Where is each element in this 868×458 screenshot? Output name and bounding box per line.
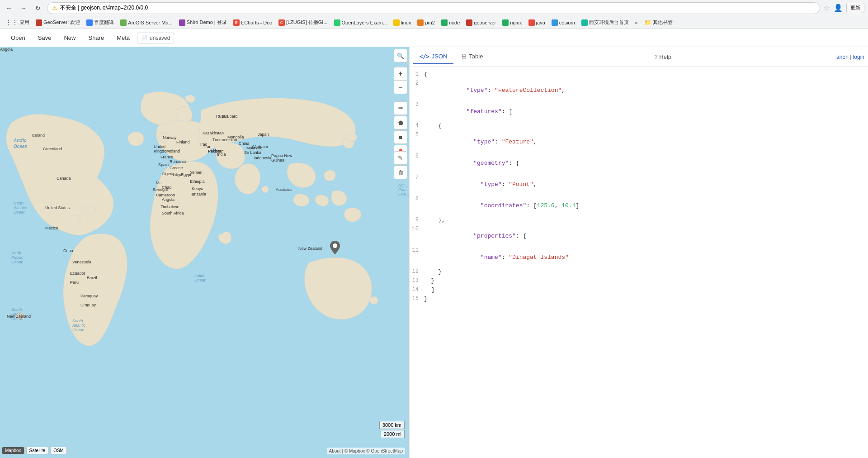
satellite-layer-button[interactable]: Satellite [26, 447, 49, 454]
bookmark-pm2-label: pm2 [425, 20, 434, 25]
json-line-12: 12 } [410, 268, 868, 277]
draw-tools: ✏ ⬟ ■ 📍 [394, 101, 407, 158]
bookmark-other[interactable]: 📁 其他书签 [642, 18, 675, 27]
zoom-in-button[interactable]: + [394, 67, 407, 81]
map-zoom-controls: + − [394, 67, 407, 94]
bookmark-other-label: 其他书签 [653, 19, 673, 26]
scale-bar-mi: 2000 mi [381, 430, 405, 438]
line-num-10: 10 [410, 226, 424, 232]
json-line-1: 1 { [410, 71, 868, 80]
edit-button[interactable]: ✎ [394, 151, 407, 165]
bookmark-node[interactable]: node [439, 18, 462, 27]
user-anon-link[interactable]: anon [836, 54, 849, 60]
bookmark-lzugis[interactable]: C [LZUGIS] 传播GI... [276, 18, 330, 27]
bookmark-cesium[interactable]: cesium [549, 18, 578, 27]
line-content-12: } [424, 268, 868, 275]
bookmark-nginx-label: nginx [510, 20, 522, 25]
star-icon[interactable]: ☆ [824, 4, 830, 12]
bookmark-apps-label: 应用 [19, 19, 29, 26]
unsaved-badge: 📄 unsaved [137, 33, 174, 43]
linux-icon [393, 19, 400, 26]
json-line-9: 9 }, [410, 216, 868, 225]
bookmark-arcgis[interactable]: ArcGIS Server Ma... [118, 18, 175, 27]
line-num-8: 8 [410, 196, 424, 202]
open-button[interactable]: Open [5, 32, 31, 44]
bookmark-nginx[interactable]: nginx [500, 18, 524, 27]
line-content-10: "properties": { [424, 226, 868, 246]
table-icon: ⊞ [462, 53, 467, 60]
delete-button[interactable]: 🗑 [394, 166, 407, 179]
line-content-9: }, [424, 217, 868, 224]
user-login-link[interactable]: login [853, 54, 864, 60]
app-toolbar: Open Save New Share Meta 📄 unsaved [0, 29, 868, 47]
json-line-10: 10 "properties": { [410, 225, 868, 247]
json-line-7: 7 "type": "Point", [410, 174, 868, 195]
bookmark-more[interactable]: » [632, 19, 641, 27]
scale-bar-km: 3000 km [379, 421, 405, 429]
bookmark-shiro-label: Shiro Demo | 登录 [187, 19, 227, 26]
meta-button[interactable]: Meta [111, 32, 135, 44]
bookmark-echarts[interactable]: E ECharts - Doc [231, 18, 275, 27]
map-attribution: About | © Mapbox © OpenStreetMap [327, 448, 405, 454]
bookmark-xian[interactable]: 西安环境后台首页 [579, 18, 632, 27]
line-num-15: 15 [410, 296, 424, 302]
zoom-out-button[interactable]: − [394, 81, 407, 94]
draw-polygon-button[interactable]: ⬟ [394, 116, 407, 129]
draw-line-button[interactable]: ✏ [394, 101, 407, 115]
json-line-13: 13 } [410, 277, 868, 286]
json-editor[interactable]: 1 { 2 "type": "FeatureCollection", 3 "fe… [410, 67, 868, 458]
rectangle-icon: ■ [399, 134, 402, 141]
refresh-button[interactable]: ↻ [33, 3, 43, 14]
new-button[interactable]: New [58, 32, 81, 44]
bookmark-geoserver2[interactable]: geoserver [463, 18, 499, 27]
bookmark-geoserver[interactable]: GeoServer: 欢迎 [33, 18, 83, 27]
json-line-6: 6 "geometry": { [410, 153, 868, 174]
update-button[interactable]: 更新 [846, 3, 864, 13]
map-scale: 3000 km 2000 mi [379, 421, 405, 438]
address-bar[interactable]: ⚠ 不安全 | geojson.io/#map=2/20.0/0.0 [47, 2, 820, 14]
bookmark-xian-label: 西安环境后台首页 [589, 19, 629, 26]
share-button[interactable]: Share [83, 32, 109, 44]
json-line-2: 2 "type": "FeatureCollection", [410, 80, 868, 101]
bookmark-openlayers[interactable]: OpenLayers Exam... [331, 18, 390, 27]
apps-grid-icon: ⋮⋮ [5, 19, 18, 26]
line-num-2: 2 [410, 80, 424, 86]
save-button[interactable]: Save [33, 32, 57, 44]
tab-table[interactable]: ⊞ Table [455, 49, 489, 64]
browser-bar: ← → ↻ ⚠ 不安全 | geojson.io/#map=2/20.0/0.0… [0, 0, 868, 16]
bookmark-linux-label: linux [401, 20, 411, 25]
line-content-1: { [424, 71, 868, 78]
draw-rectangle-button[interactable]: ■ [394, 130, 407, 144]
bookmark-apps[interactable]: ⋮⋮ 应用 [3, 18, 32, 28]
back-button[interactable]: ← [4, 3, 14, 14]
bookmark-java[interactable]: java [526, 18, 548, 27]
map-area[interactable]: + − 🔍 ✏ ⬟ ■ 📍 ✎ [0, 47, 409, 458]
help-button[interactable]: ? Help [650, 51, 676, 63]
line-content-7: "type": "Point", [424, 174, 868, 195]
line-num-11: 11 [410, 247, 424, 253]
line-num-4: 4 [410, 123, 424, 129]
forward-button[interactable]: → [18, 3, 29, 14]
svg-point-1 [75, 328, 80, 331]
osm-layer-button[interactable]: OSM [50, 447, 67, 454]
map-search-button[interactable]: 🔍 [394, 49, 407, 62]
bookmark-pm2[interactable]: pm2 [415, 18, 437, 27]
mapbox-layer-button[interactable]: Mapbox [2, 447, 24, 454]
bookmark-linux[interactable]: linux [391, 18, 414, 27]
bookmark-shiro[interactable]: Shiro Demo | 登录 [176, 18, 230, 27]
bookmark-java-label: java [536, 20, 545, 25]
account-icon[interactable]: 👤 [834, 4, 843, 12]
json-line-11: 11 "name": "Dinagat Islands" [410, 247, 868, 268]
url-text: 不安全 | geojson.io/#map=2/20.0/0.0 [60, 4, 148, 12]
bookmark-node-label: node [449, 20, 460, 25]
line-num-12: 12 [410, 268, 424, 275]
line-content-15: } [424, 296, 868, 302]
bookmark-baidu-label: 百度翻译 [94, 19, 114, 26]
line-content-14: ] [424, 286, 868, 293]
bookmark-echarts-label: ECharts - Doc [241, 20, 272, 25]
line-content-11: "name": "Dinagat Islands" [424, 247, 868, 267]
bookmark-baidu[interactable]: 百度翻译 [84, 18, 117, 27]
tab-json[interactable]: </> JSON [413, 49, 453, 64]
bookmark-arcgis-label: ArcGIS Server Ma... [128, 20, 172, 25]
unsaved-label: unsaved [150, 35, 170, 41]
